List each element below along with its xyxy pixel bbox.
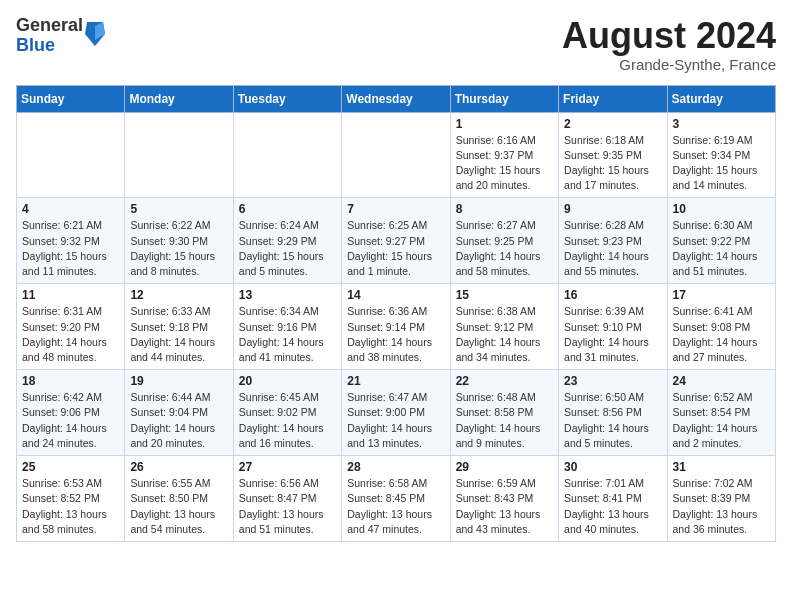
- logo: General Blue: [16, 16, 105, 56]
- day-number: 21: [347, 374, 444, 388]
- calendar-cell: 22Sunrise: 6:48 AMSunset: 8:58 PMDayligh…: [450, 370, 558, 456]
- day-info: Sunrise: 6:19 AMSunset: 9:34 PMDaylight:…: [673, 133, 770, 194]
- day-number: 9: [564, 202, 661, 216]
- calendar-cell: 13Sunrise: 6:34 AMSunset: 9:16 PMDayligh…: [233, 284, 341, 370]
- day-info: Sunrise: 6:16 AMSunset: 9:37 PMDaylight:…: [456, 133, 553, 194]
- logo-general: General: [16, 16, 83, 36]
- day-number: 22: [456, 374, 553, 388]
- calendar-cell: 8Sunrise: 6:27 AMSunset: 9:25 PMDaylight…: [450, 198, 558, 284]
- calendar-week-3: 11Sunrise: 6:31 AMSunset: 9:20 PMDayligh…: [17, 284, 776, 370]
- calendar-cell: [17, 112, 125, 198]
- calendar-cell: 12Sunrise: 6:33 AMSunset: 9:18 PMDayligh…: [125, 284, 233, 370]
- day-info: Sunrise: 6:21 AMSunset: 9:32 PMDaylight:…: [22, 218, 119, 279]
- column-header-monday: Monday: [125, 85, 233, 112]
- day-info: Sunrise: 6:24 AMSunset: 9:29 PMDaylight:…: [239, 218, 336, 279]
- calendar-cell: 29Sunrise: 6:59 AMSunset: 8:43 PMDayligh…: [450, 456, 558, 542]
- calendar-cell: 31Sunrise: 7:02 AMSunset: 8:39 PMDayligh…: [667, 456, 775, 542]
- calendar-cell: 18Sunrise: 6:42 AMSunset: 9:06 PMDayligh…: [17, 370, 125, 456]
- column-header-thursday: Thursday: [450, 85, 558, 112]
- column-header-sunday: Sunday: [17, 85, 125, 112]
- calendar-cell: 30Sunrise: 7:01 AMSunset: 8:41 PMDayligh…: [559, 456, 667, 542]
- day-number: 31: [673, 460, 770, 474]
- day-info: Sunrise: 6:18 AMSunset: 9:35 PMDaylight:…: [564, 133, 661, 194]
- day-info: Sunrise: 6:28 AMSunset: 9:23 PMDaylight:…: [564, 218, 661, 279]
- calendar-week-2: 4Sunrise: 6:21 AMSunset: 9:32 PMDaylight…: [17, 198, 776, 284]
- calendar-cell: 16Sunrise: 6:39 AMSunset: 9:10 PMDayligh…: [559, 284, 667, 370]
- column-header-saturday: Saturday: [667, 85, 775, 112]
- calendar-cell: 20Sunrise: 6:45 AMSunset: 9:02 PMDayligh…: [233, 370, 341, 456]
- day-number: 1: [456, 117, 553, 131]
- day-info: Sunrise: 7:01 AMSunset: 8:41 PMDaylight:…: [564, 476, 661, 537]
- day-info: Sunrise: 6:53 AMSunset: 8:52 PMDaylight:…: [22, 476, 119, 537]
- day-number: 6: [239, 202, 336, 216]
- day-info: Sunrise: 6:42 AMSunset: 9:06 PMDaylight:…: [22, 390, 119, 451]
- day-info: Sunrise: 6:59 AMSunset: 8:43 PMDaylight:…: [456, 476, 553, 537]
- day-number: 27: [239, 460, 336, 474]
- day-info: Sunrise: 6:58 AMSunset: 8:45 PMDaylight:…: [347, 476, 444, 537]
- month-title: August 2024: [562, 16, 776, 56]
- calendar-cell: [125, 112, 233, 198]
- calendar-cell: 4Sunrise: 6:21 AMSunset: 9:32 PMDaylight…: [17, 198, 125, 284]
- day-info: Sunrise: 6:41 AMSunset: 9:08 PMDaylight:…: [673, 304, 770, 365]
- calendar-cell: 10Sunrise: 6:30 AMSunset: 9:22 PMDayligh…: [667, 198, 775, 284]
- day-info: Sunrise: 6:30 AMSunset: 9:22 PMDaylight:…: [673, 218, 770, 279]
- calendar-week-1: 1Sunrise: 6:16 AMSunset: 9:37 PMDaylight…: [17, 112, 776, 198]
- day-number: 4: [22, 202, 119, 216]
- calendar-cell: 25Sunrise: 6:53 AMSunset: 8:52 PMDayligh…: [17, 456, 125, 542]
- day-info: Sunrise: 6:31 AMSunset: 9:20 PMDaylight:…: [22, 304, 119, 365]
- day-number: 28: [347, 460, 444, 474]
- calendar-cell: 24Sunrise: 6:52 AMSunset: 8:54 PMDayligh…: [667, 370, 775, 456]
- day-number: 10: [673, 202, 770, 216]
- day-info: Sunrise: 6:34 AMSunset: 9:16 PMDaylight:…: [239, 304, 336, 365]
- day-number: 11: [22, 288, 119, 302]
- day-number: 12: [130, 288, 227, 302]
- calendar-cell: [342, 112, 450, 198]
- calendar-cell: 19Sunrise: 6:44 AMSunset: 9:04 PMDayligh…: [125, 370, 233, 456]
- column-header-wednesday: Wednesday: [342, 85, 450, 112]
- day-info: Sunrise: 6:25 AMSunset: 9:27 PMDaylight:…: [347, 218, 444, 279]
- day-info: Sunrise: 6:45 AMSunset: 9:02 PMDaylight:…: [239, 390, 336, 451]
- day-info: Sunrise: 6:33 AMSunset: 9:18 PMDaylight:…: [130, 304, 227, 365]
- calendar-cell: [233, 112, 341, 198]
- day-info: Sunrise: 6:39 AMSunset: 9:10 PMDaylight:…: [564, 304, 661, 365]
- location: Grande-Synthe, France: [562, 56, 776, 73]
- day-info: Sunrise: 6:22 AMSunset: 9:30 PMDaylight:…: [130, 218, 227, 279]
- day-info: Sunrise: 6:55 AMSunset: 8:50 PMDaylight:…: [130, 476, 227, 537]
- day-info: Sunrise: 6:36 AMSunset: 9:14 PMDaylight:…: [347, 304, 444, 365]
- day-number: 19: [130, 374, 227, 388]
- day-info: Sunrise: 7:02 AMSunset: 8:39 PMDaylight:…: [673, 476, 770, 537]
- calendar-cell: 6Sunrise: 6:24 AMSunset: 9:29 PMDaylight…: [233, 198, 341, 284]
- column-header-friday: Friday: [559, 85, 667, 112]
- calendar-cell: 28Sunrise: 6:58 AMSunset: 8:45 PMDayligh…: [342, 456, 450, 542]
- day-number: 29: [456, 460, 553, 474]
- header-row: SundayMondayTuesdayWednesdayThursdayFrid…: [17, 85, 776, 112]
- calendar-cell: 15Sunrise: 6:38 AMSunset: 9:12 PMDayligh…: [450, 284, 558, 370]
- day-info: Sunrise: 6:44 AMSunset: 9:04 PMDaylight:…: [130, 390, 227, 451]
- calendar-cell: 7Sunrise: 6:25 AMSunset: 9:27 PMDaylight…: [342, 198, 450, 284]
- calendar-week-5: 25Sunrise: 6:53 AMSunset: 8:52 PMDayligh…: [17, 456, 776, 542]
- day-number: 8: [456, 202, 553, 216]
- day-number: 26: [130, 460, 227, 474]
- column-header-tuesday: Tuesday: [233, 85, 341, 112]
- calendar-cell: 2Sunrise: 6:18 AMSunset: 9:35 PMDaylight…: [559, 112, 667, 198]
- day-number: 13: [239, 288, 336, 302]
- title-block: August 2024 Grande-Synthe, France: [562, 16, 776, 73]
- day-number: 17: [673, 288, 770, 302]
- day-number: 16: [564, 288, 661, 302]
- day-number: 14: [347, 288, 444, 302]
- day-info: Sunrise: 6:48 AMSunset: 8:58 PMDaylight:…: [456, 390, 553, 451]
- day-number: 7: [347, 202, 444, 216]
- calendar-cell: 9Sunrise: 6:28 AMSunset: 9:23 PMDaylight…: [559, 198, 667, 284]
- calendar-week-4: 18Sunrise: 6:42 AMSunset: 9:06 PMDayligh…: [17, 370, 776, 456]
- day-info: Sunrise: 6:38 AMSunset: 9:12 PMDaylight:…: [456, 304, 553, 365]
- logo-icon: [85, 22, 105, 46]
- calendar-cell: 1Sunrise: 6:16 AMSunset: 9:37 PMDaylight…: [450, 112, 558, 198]
- logo-text: General Blue: [16, 16, 83, 56]
- calendar-cell: 21Sunrise: 6:47 AMSunset: 9:00 PMDayligh…: [342, 370, 450, 456]
- day-number: 15: [456, 288, 553, 302]
- day-info: Sunrise: 6:56 AMSunset: 8:47 PMDaylight:…: [239, 476, 336, 537]
- day-number: 3: [673, 117, 770, 131]
- calendar-table: SundayMondayTuesdayWednesdayThursdayFrid…: [16, 85, 776, 542]
- calendar-cell: 3Sunrise: 6:19 AMSunset: 9:34 PMDaylight…: [667, 112, 775, 198]
- day-info: Sunrise: 6:50 AMSunset: 8:56 PMDaylight:…: [564, 390, 661, 451]
